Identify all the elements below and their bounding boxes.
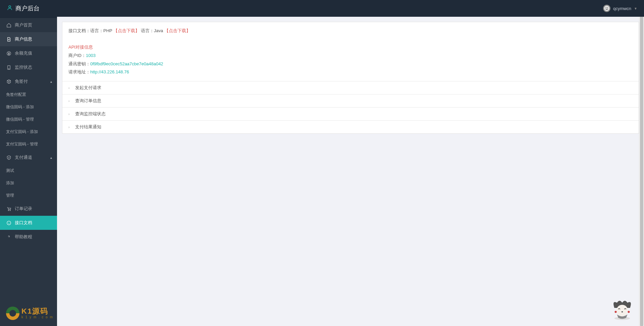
api-doc-panel: 接口文档：语言：PHP 【点击下载】 语言：Java 【点击下载】 API对接信…: [62, 22, 639, 134]
request-url-value[interactable]: http://43.226.148.76: [90, 69, 129, 74]
nav-pay-manage[interactable]: 管理: [0, 189, 57, 202]
nav-wx-fixed-manage[interactable]: 微信固码 - 管理: [0, 113, 57, 126]
nav-label: 接口文档: [15, 220, 32, 226]
doc-text-java: 语言：Java: [141, 28, 163, 33]
scrollbar[interactable]: [639, 0, 644, 326]
chevron-right-icon: ›: [68, 86, 72, 90]
secret-label: 通讯密钥：: [68, 61, 90, 66]
header-title: 商户后台: [15, 4, 40, 12]
merchant-id-value: 1003: [86, 53, 96, 58]
main-content: 接口文档：语言：PHP 【点击下载】 语言：Java 【点击下载】 API对接信…: [57, 17, 644, 326]
nav-sub-label: 微信固码 - 管理: [6, 117, 34, 122]
svg-point-7: [8, 210, 9, 210]
svg-point-3: [607, 7, 608, 8]
nav-pay-channel[interactable]: 支付通道 ▴: [0, 150, 57, 165]
yen-icon: [6, 51, 11, 56]
chevron-up-icon: ▴: [50, 80, 52, 83]
nav-home[interactable]: 商户首页: [0, 18, 57, 32]
question-icon: [6, 234, 11, 240]
nav-label: 商户首页: [15, 22, 32, 28]
cube-icon: [6, 79, 11, 84]
nav-sub-label: 支付宝固码 - 管理: [6, 142, 38, 146]
scrollbar-thumb[interactable]: [640, 0, 643, 326]
nav-pay-add[interactable]: 添加: [0, 177, 57, 189]
user-icon: [7, 5, 13, 12]
logo[interactable]: 商户后台: [7, 4, 40, 12]
accordion-label: 支付结果通知: [75, 124, 101, 130]
chevron-right-icon: ›: [68, 125, 72, 129]
api-doc-body: 接口文档：语言：PHP 【点击下载】 语言：Java 【点击下载】 API对接信…: [62, 22, 639, 81]
avatar-icon: [603, 5, 610, 12]
accordion-pay-request[interactable]: › 发起支付请求: [62, 81, 639, 94]
nav-ali-fixed-manage[interactable]: 支付宝固码 - 管理: [0, 138, 57, 150]
accordion-query-monitor[interactable]: › 查询监控端状态: [62, 108, 639, 120]
nav-label: 帮助教程: [15, 234, 32, 240]
chevron-up-icon: ▴: [50, 156, 52, 159]
svg-point-0: [9, 6, 11, 8]
nav-label: 免签付: [15, 78, 28, 84]
svg-point-8: [10, 210, 10, 210]
chevron-right-icon: ›: [68, 99, 72, 103]
svg-point-1: [604, 6, 610, 11]
chevron-right-icon: ›: [68, 112, 72, 116]
accordion-label: 发起支付请求: [75, 85, 101, 91]
secret-value: 0f9fbdf9ec0cec52aa7cbe7e0a48a042: [90, 61, 163, 66]
accordion-query-order[interactable]: › 查询订单信息: [62, 94, 639, 107]
nav-ali-fixed-add[interactable]: 支付宝固码 - 添加: [0, 126, 57, 138]
nav-sub-label: 测试: [6, 168, 14, 173]
username-label: qcymwcn: [613, 6, 631, 11]
header-bar: 商户后台 qcymwcn ▼: [0, 0, 644, 17]
caret-down-icon: ▼: [634, 7, 637, 10]
accordion-label: 查询订单信息: [75, 98, 101, 104]
nav-api-doc[interactable]: 接口文档: [0, 216, 57, 230]
svg-point-2: [606, 7, 606, 8]
accordion-pay-notify[interactable]: › 支付结果通知: [62, 121, 639, 133]
nav-sub-label: 支付宝固码 - 添加: [6, 129, 38, 134]
nav-label: 监控状态: [15, 64, 32, 70]
nav-sub-label: 添加: [6, 181, 14, 185]
svg-point-6: [8, 68, 9, 69]
user-menu[interactable]: qcymwcn ▼: [603, 5, 637, 12]
php-download-link[interactable]: 【点击下载】: [113, 28, 140, 33]
nav-pay-test[interactable]: 测试: [0, 165, 57, 177]
nav-label: 订单记录: [15, 206, 32, 212]
accordion-label: 查询监控端状态: [75, 111, 106, 117]
doc-text-prefix: 接口文档：语言：PHP: [68, 28, 112, 33]
api-info-title: API对接信息: [68, 43, 633, 52]
nav-sub-label: 管理: [6, 193, 14, 198]
request-url-label: 请求地址：: [68, 69, 90, 74]
java-download-link[interactable]: 【点击下载】: [164, 28, 191, 33]
sidebar: 商户首页 商户信息 余额充值 监控状态 免签付 ▴ 免签付配置 微信固码 - 添…: [0, 17, 57, 326]
nav-wx-fixed-add[interactable]: 微信固码 - 添加: [0, 101, 57, 113]
nav-sub-label: 免签付配置: [6, 92, 26, 97]
nav-label: 余额充值: [15, 50, 32, 56]
shield-icon: [6, 155, 11, 160]
nav-order-record[interactable]: 订单记录: [0, 202, 57, 216]
document-icon: [6, 37, 11, 42]
nav-balance-recharge[interactable]: 余额充值: [0, 46, 57, 60]
nav-free-sign-config[interactable]: 免签付配置: [0, 88, 57, 101]
nav-sub-label: 微信固码 - 添加: [6, 105, 34, 109]
merchant-id-label: 商户ID：: [68, 53, 86, 58]
nav-monitor-status[interactable]: 监控状态: [0, 60, 57, 74]
home-icon: [6, 22, 11, 28]
info-icon: [6, 220, 11, 225]
nav-label: 商户信息: [15, 36, 32, 42]
tablet-icon: [6, 65, 11, 70]
nav-merchant-info[interactable]: 商户信息: [0, 32, 57, 46]
nav-free-sign[interactable]: 免签付 ▴: [0, 74, 57, 88]
cart-icon: [6, 206, 11, 211]
nav-help-tutorial[interactable]: 帮助教程: [0, 230, 57, 244]
nav-label: 支付通道: [15, 154, 32, 160]
